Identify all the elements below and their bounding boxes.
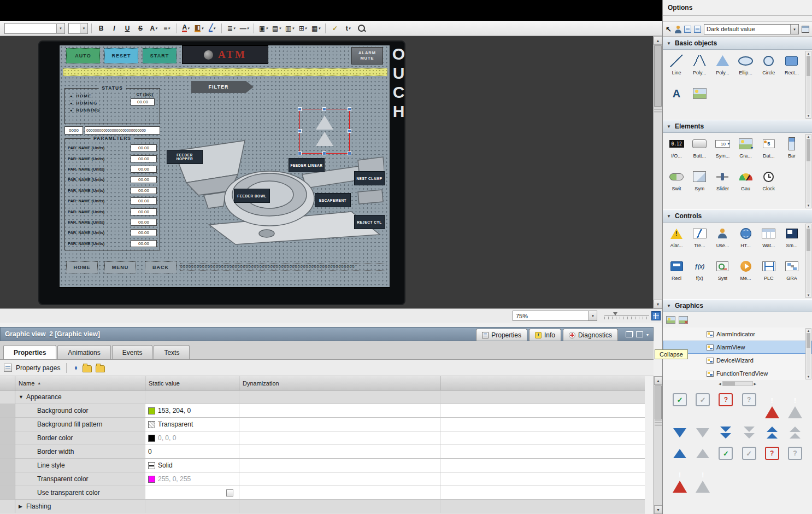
graphics-tree-item[interactable]: AlarmIndicator — [663, 328, 812, 341]
property-value[interactable]: 0, 0, 0 — [158, 434, 176, 442]
section-scrollbar[interactable]: ▲▼ — [805, 224, 811, 298]
parameter-value-field[interactable]: 00.00 — [131, 166, 157, 173]
distribute-objects-button[interactable]: ▥▾ — [284, 23, 296, 34]
palette-item[interactable]: Poly... — [711, 53, 734, 83]
graphic-thumbnail[interactable] — [742, 393, 756, 406]
graphic-thumbnail[interactable] — [719, 447, 733, 460]
use-transparent-color-checkbox[interactable] — [226, 489, 233, 497]
font-size-button[interactable]: A▾ — [148, 23, 160, 34]
section-header-basic-objects[interactable]: ▼Basic objects — [663, 37, 812, 50]
palette-item[interactable]: ƒ(x) f(x) — [688, 259, 711, 288]
bold-button[interactable]: B — [95, 23, 107, 34]
property-static-value-cell[interactable]: 153, 204, 0 — [145, 404, 239, 418]
hmi-logo-panel[interactable]: ATM — [182, 45, 268, 64]
graphic-thumbnail[interactable] — [696, 426, 709, 439]
zoom-dropdown-button[interactable]: ▾ — [589, 311, 597, 321]
tab-info[interactable]: Info — [529, 329, 561, 341]
float-panel-icon[interactable] — [626, 331, 633, 337]
palette-item[interactable]: Reci — [665, 259, 688, 288]
palette-item[interactable]: Ellip... — [734, 53, 757, 83]
user-tool-icon[interactable] — [674, 25, 681, 33]
subtab-texts[interactable]: Texts — [154, 345, 190, 359]
palette-item[interactable]: Gau — [734, 169, 757, 198]
selection-handle[interactable] — [348, 151, 351, 155]
graphics-add-icon[interactable] — [666, 316, 675, 324]
maximize-panel-icon[interactable] — [636, 331, 643, 337]
palette-item[interactable]: Swit — [665, 169, 688, 198]
scroll-up-icon[interactable]: ▲ — [654, 376, 662, 385]
line-width-button[interactable]: —▾ — [238, 23, 250, 34]
color-swatch[interactable] — [148, 435, 155, 442]
graphic-thumbnail[interactable] — [790, 426, 801, 439]
cycle-time-field[interactable]: 00.00 — [131, 98, 155, 106]
section-scrollbar[interactable]: ▲▼ — [805, 134, 811, 208]
inspector-scrollbar[interactable]: ▲ ▼ — [654, 376, 662, 514]
layout-icon[interactable] — [694, 26, 701, 33]
column-header-name[interactable]: Name▲ — [15, 376, 145, 390]
font-name-input[interactable] — [5, 24, 56, 33]
palette-item[interactable]: Clock — [757, 169, 780, 198]
scrollbar-thumb[interactable] — [655, 385, 662, 419]
property-static-value-cell[interactable]: 0, 0, 0 — [145, 431, 239, 445]
graphics-clear-icon[interactable] — [679, 316, 688, 324]
hmi-start-button[interactable]: START — [143, 48, 176, 63]
machine-label-feeder-hopper[interactable]: FEEDER HOPPER — [167, 150, 203, 164]
parameter-value-field[interactable]: 00.00 — [131, 155, 157, 162]
property-dynamization-cell[interactable] — [239, 418, 440, 431]
hmi-menu-button[interactable]: MENU — [104, 261, 136, 273]
hmi-back-button[interactable]: BACK — [145, 261, 176, 273]
graphic-thumbnail[interactable] — [720, 426, 731, 439]
select-tool-icon[interactable]: ↖ — [666, 25, 672, 33]
scrollbar-track[interactable] — [722, 381, 753, 386]
hmi-home-button[interactable]: HOME — [66, 261, 98, 273]
fit-to-screen-icon[interactable] — [651, 311, 661, 320]
hmi-footer-ticker[interactable]: 0000000000000000000000000000000000000000… — [180, 263, 386, 271]
property-value[interactable]: Solid — [158, 462, 173, 469]
property-static-value-cell[interactable]: 0 — [145, 445, 239, 459]
object-order-button[interactable]: ▣▾ — [257, 23, 269, 34]
expand-categories-icon[interactable] — [83, 365, 92, 372]
scrollbar-track[interactable] — [654, 428, 662, 505]
canvas-vertical-scrollbar[interactable]: ▲ ▼ — [653, 36, 662, 308]
font-size-select[interactable]: ▾ — [68, 23, 88, 34]
palette-item[interactable]: GRA — [780, 259, 803, 288]
palette-item[interactable]: Wat... — [757, 226, 780, 255]
parameter-value-field[interactable]: 00.00 — [131, 176, 157, 183]
graphic-thumbnail[interactable] — [673, 426, 686, 439]
subtab-events[interactable]: Events — [112, 345, 153, 359]
palette-item[interactable]: Gra... — [734, 136, 757, 166]
graphic-thumbnail[interactable] — [788, 393, 802, 418]
hmi-filter-button[interactable]: FILTER — [191, 81, 246, 93]
machine-label-nest-clamp[interactable]: NEST CLAMP — [354, 171, 385, 185]
expander-icon[interactable]: ▶ — [19, 504, 26, 509]
graphic-thumbnail[interactable] — [744, 426, 755, 439]
property-value[interactable]: 153, 204, 0 — [158, 407, 191, 414]
fill-color-button[interactable]: ◧▾ — [193, 23, 205, 34]
scroll-up-icon[interactable]: ▲ — [654, 36, 662, 45]
property-value[interactable]: 255, 0, 255 — [158, 475, 191, 483]
graphic-thumbnail[interactable] — [765, 447, 779, 460]
section-scrollbar[interactable]: ▲▼ — [805, 51, 811, 119]
column-header-dynamization[interactable]: Dynamization — [239, 376, 440, 390]
pen-color-button[interactable]: ╱▾ — [206, 23, 218, 34]
parameter-value-field[interactable]: 00.00 — [131, 144, 157, 151]
graphic-thumbnail[interactable] — [788, 447, 802, 460]
parameter-value-field[interactable]: 00.00 — [131, 208, 157, 215]
graphic-thumbnail[interactable] — [673, 468, 687, 493]
property-dynamization-cell[interactable] — [239, 472, 440, 486]
palette-item[interactable]: A — [665, 86, 688, 115]
tree-horizontal-scrollbar[interactable]: ◀▶ — [663, 380, 812, 387]
align-text-button[interactable]: ≡▾ — [161, 23, 173, 34]
font-size-dropdown-icon[interactable]: ▾ — [80, 24, 87, 33]
palette-item[interactable]: 10 Sym... — [711, 136, 734, 166]
hmi-parameters-groupbox[interactable]: PARAMETERS PAR. NAME (Units) 00.00 PAR. — [64, 138, 160, 250]
graphic-thumbnail[interactable] — [673, 393, 687, 406]
property-dynamization-cell[interactable] — [239, 390, 440, 404]
counter-long-field[interactable]: 0000000000000000000000000000 — [85, 126, 160, 135]
palette-item[interactable]: PLC — [757, 259, 780, 288]
tab-properties[interactable]: Properties — [476, 329, 527, 341]
column-header-static-value[interactable]: Static value — [145, 376, 239, 390]
parameter-value-field[interactable]: 00.00 — [131, 229, 157, 236]
palette-item[interactable]: Sm... — [780, 226, 803, 255]
strikethrough-button[interactable]: S — [134, 23, 146, 34]
